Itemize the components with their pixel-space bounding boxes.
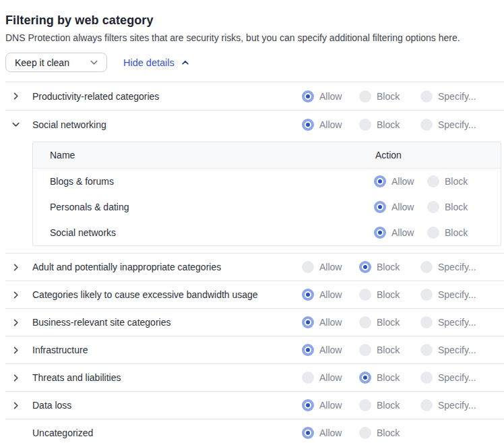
web-category-filtering-panel: Filtering by web category DNS Protection… xyxy=(0,0,504,443)
expand-chevron-icon[interactable] xyxy=(9,399,22,411)
allow-option-label: Allow xyxy=(319,317,342,328)
subtable-header-row: NameAction xyxy=(33,142,501,169)
specify-radio[interactable] xyxy=(420,289,433,301)
allow-option-label: Allow xyxy=(319,427,342,438)
allow-radio[interactable] xyxy=(302,90,314,102)
specify-option[interactable]: Specify... xyxy=(420,119,476,131)
specify-option[interactable]: Specify... xyxy=(420,372,476,384)
specify-radio[interactable] xyxy=(420,399,433,411)
chevron-up-icon xyxy=(181,58,190,67)
allow-option-label: Allow xyxy=(391,227,414,238)
allow-radio[interactable] xyxy=(302,427,314,439)
specify-radio[interactable] xyxy=(420,90,433,102)
subcategory-label: Personals & dating xyxy=(50,202,129,212)
page-title: Filtering by web category xyxy=(5,13,504,27)
block-radio[interactable] xyxy=(359,119,371,131)
allow-option[interactable]: Allow xyxy=(302,289,342,301)
block-radio[interactable] xyxy=(359,372,371,384)
page-subtitle: DNS Protection always filters sites that… xyxy=(5,32,504,44)
block-option[interactable]: Block xyxy=(427,175,468,187)
allow-radio[interactable] xyxy=(302,372,314,384)
specify-radio[interactable] xyxy=(420,316,433,328)
allow-radio[interactable] xyxy=(374,201,386,213)
block-option[interactable]: Block xyxy=(359,344,400,356)
expand-chevron-icon[interactable] xyxy=(9,316,22,328)
specify-radio[interactable] xyxy=(420,372,433,384)
block-option-label: Block xyxy=(377,262,400,272)
block-option[interactable]: Block xyxy=(359,90,400,102)
allow-radio[interactable] xyxy=(302,289,314,301)
specify-option[interactable]: Specify... xyxy=(420,261,476,273)
subtable-row-blogs-forums: Blogs & forumsAllowBlock xyxy=(33,169,501,194)
allow-radio[interactable] xyxy=(302,261,314,273)
allow-option[interactable]: Allow xyxy=(302,316,342,328)
block-radio[interactable] xyxy=(359,90,371,102)
subcategory-label: Blogs & forums xyxy=(50,176,114,187)
allow-option[interactable]: Allow xyxy=(302,427,342,439)
allow-radio[interactable] xyxy=(374,227,386,239)
expand-chevron-icon[interactable] xyxy=(9,261,22,273)
block-option[interactable]: Block xyxy=(359,289,400,301)
block-option[interactable]: Block xyxy=(359,119,400,131)
block-option-label: Block xyxy=(445,227,468,238)
specify-radio[interactable] xyxy=(420,344,433,356)
specify-radio[interactable] xyxy=(420,261,433,273)
expand-chevron-icon[interactable] xyxy=(9,344,22,356)
block-option[interactable]: Block xyxy=(359,399,400,411)
allow-option[interactable]: Allow xyxy=(374,175,414,187)
block-option[interactable]: Block xyxy=(427,227,468,239)
block-radio[interactable] xyxy=(359,289,371,301)
block-radio[interactable] xyxy=(427,175,439,187)
expand-chevron-icon[interactable] xyxy=(9,289,22,301)
subcategory-label: Social networks xyxy=(50,227,116,238)
category-row-data-loss: Data lossAllowBlockSpecify... xyxy=(5,391,504,419)
collapse-chevron-icon[interactable] xyxy=(9,119,22,131)
social-networking-subtable: NameActionBlogs & forumsAllowBlockPerson… xyxy=(32,142,501,246)
allow-radio[interactable] xyxy=(302,399,314,411)
specify-option[interactable]: Specify... xyxy=(420,316,476,328)
specify-option-label: Specify... xyxy=(438,262,476,272)
allow-option[interactable]: Allow xyxy=(374,201,414,213)
hide-details-link[interactable]: Hide details xyxy=(123,57,190,68)
allow-option[interactable]: Allow xyxy=(302,372,342,384)
category-row-uncategorized: UncategorizedAllowBlock xyxy=(5,419,504,443)
allow-option-label: Allow xyxy=(319,400,342,411)
block-radio[interactable] xyxy=(359,427,371,439)
block-option[interactable]: Block xyxy=(427,201,468,213)
specify-option[interactable]: Specify... xyxy=(420,289,476,301)
block-radio[interactable] xyxy=(427,201,439,213)
allow-option[interactable]: Allow xyxy=(302,90,342,102)
allow-option-label: Allow xyxy=(319,372,342,383)
block-option[interactable]: Block xyxy=(359,261,400,273)
allow-radio[interactable] xyxy=(302,119,314,131)
block-option[interactable]: Block xyxy=(359,427,400,439)
block-radio[interactable] xyxy=(359,344,371,356)
expand-chevron-icon[interactable] xyxy=(9,90,22,102)
allow-option[interactable]: Allow xyxy=(302,399,342,411)
block-radio[interactable] xyxy=(427,227,439,239)
allow-radio[interactable] xyxy=(302,344,314,356)
allow-radio[interactable] xyxy=(374,175,386,187)
expand-chevron-icon[interactable] xyxy=(9,372,22,384)
specify-option[interactable]: Specify... xyxy=(420,344,476,356)
category-row-adult-and-potentially-inappropriate-categories: Adult and potentially inappropriate cate… xyxy=(5,253,504,280)
block-option[interactable]: Block xyxy=(359,316,400,328)
policy-select[interactable]: Keep it clean xyxy=(5,53,107,72)
specify-option-label: Specify... xyxy=(438,400,476,411)
block-option[interactable]: Block xyxy=(359,372,400,384)
allow-option[interactable]: Allow xyxy=(374,227,414,239)
block-radio[interactable] xyxy=(359,261,371,273)
allow-option[interactable]: Allow xyxy=(302,261,342,273)
allow-option[interactable]: Allow xyxy=(302,344,342,356)
specify-option[interactable]: Specify... xyxy=(420,90,476,102)
specify-radio[interactable] xyxy=(420,119,433,131)
category-label: Adult and potentially inappropriate cate… xyxy=(32,262,221,272)
specify-option[interactable]: Specify... xyxy=(420,399,476,411)
category-list: Productivity-related categoriesAllowBloc… xyxy=(5,82,504,443)
allow-option[interactable]: Allow xyxy=(302,119,342,131)
allow-radio[interactable] xyxy=(302,316,314,328)
block-radio[interactable] xyxy=(359,399,371,411)
specify-option-label: Specify... xyxy=(438,91,476,102)
category-label: Productivity-related categories xyxy=(32,91,159,102)
block-radio[interactable] xyxy=(359,316,371,328)
